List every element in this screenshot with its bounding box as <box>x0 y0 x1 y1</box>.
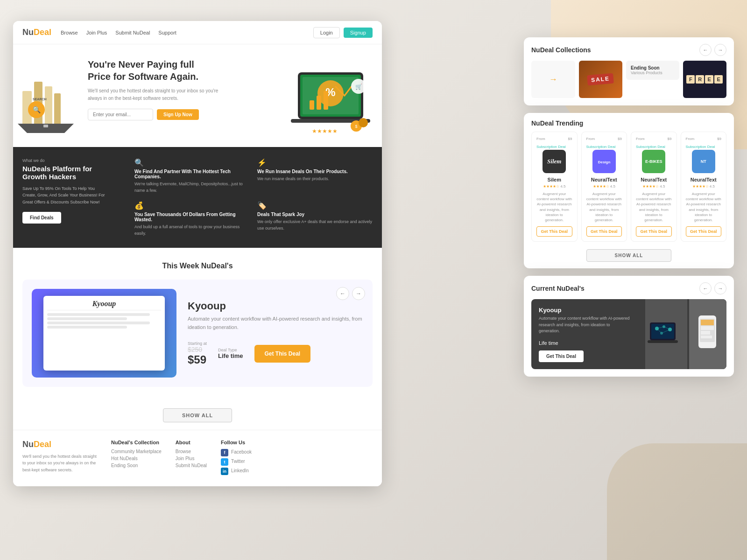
nav-submit[interactable]: Submit NuDeal <box>115 30 150 35</box>
linkedin-link[interactable]: LinkedIn <box>231 468 249 473</box>
trending-price-3: $9 <box>668 137 672 141</box>
collection-item-freebies[interactable]: F R E E <box>683 61 727 98</box>
svg-text:🛒: 🛒 <box>355 83 362 90</box>
footer-follow-col: Follow Us f Facebook t Twitter in Linked… <box>221 440 252 477</box>
trending-from-label-1: From <box>536 137 545 141</box>
find-deals-button[interactable]: Find Deals <box>22 212 61 224</box>
trending-desc-2: Augment your content workflow with AI-po… <box>586 191 622 223</box>
trending-show-all-button[interactable]: SHOW ALL <box>586 249 672 262</box>
nav-browse[interactable]: Browse <box>61 30 78 35</box>
current-deal-type: Life time <box>539 340 558 346</box>
facebook-icon: f <box>221 449 228 456</box>
footer-twitter[interactable]: t Twitter <box>221 458 252 466</box>
svg-rect-15 <box>324 91 328 110</box>
trending-desc-4: Augment your content workflow with AI-po… <box>686 191 722 223</box>
collection-item-ending[interactable]: Ending Soon Various Products <box>626 61 679 80</box>
footer-link-submit[interactable]: Submit NuDeal <box>176 463 207 468</box>
twitter-link[interactable]: Twitter <box>231 459 245 464</box>
dark-feature-2: ⚡ We Run Insane Deals On Their Products.… <box>257 158 373 194</box>
trending-type-1: Subscription Deal <box>536 145 572 149</box>
svg-rect-38 <box>701 320 714 325</box>
nav-join-plus[interactable]: Join Plus <box>86 30 107 35</box>
deal-prev-arrow[interactable]: ← <box>336 287 349 300</box>
trending-name-2: NeuralText <box>586 177 622 182</box>
trending-grid: From $9 Subscription Deal Silem Silem ★★… <box>524 132 734 249</box>
trending-header: NuDeal Trending <box>524 113 734 132</box>
dark-feature-4: 🏷️ Deals That Spark Joy We only offer ex… <box>257 201 373 237</box>
signup-button[interactable]: Signup <box>344 28 373 38</box>
nav-support[interactable]: Support <box>158 30 176 35</box>
kyooup-content-lines <box>47 313 161 329</box>
trending-name-1: Silem <box>536 177 572 182</box>
footer-link-hot[interactable]: Hot NuDeals <box>111 456 162 461</box>
trending-meta-3: From $9 <box>636 137 672 141</box>
sale-badge: SALE <box>587 73 614 86</box>
current-deal-cta[interactable]: Get This Deal <box>539 350 584 362</box>
footer-link-ending[interactable]: Ending Soon <box>111 463 162 468</box>
trending-from-label-2: From <box>586 137 595 141</box>
collections-next-arrow[interactable]: → <box>714 44 726 56</box>
footer-link-browse[interactable]: Browse <box>176 449 207 454</box>
show-all-row: SHOW ALL <box>13 401 382 430</box>
deal-type-label: Deal Type <box>218 348 243 352</box>
stars-1: ★★★★☆ 4.5 <box>536 184 572 189</box>
get-deal-button[interactable]: Get This Deal <box>254 345 311 363</box>
footer-link-marketplace[interactable]: Community Marketplace <box>111 449 162 454</box>
right-panel: NuDeal Collections ← → → SALE Ending Soo… <box>524 37 734 384</box>
footer-logo-text: NuDeal <box>22 440 97 449</box>
current-deal-laptop-img <box>645 299 687 369</box>
trending-title: NuDeal Trending <box>531 119 583 127</box>
logo[interactable]: Nu Deal <box>22 28 51 37</box>
dark-section: What we do NuDeals Platform for Growth H… <box>13 147 382 248</box>
deal-info: Kyooup Automate your content workflow wi… <box>188 300 363 366</box>
trending-meta-1: From $9 <box>536 137 572 141</box>
get-deal-neuraltext2[interactable]: Get This Deal <box>686 226 722 237</box>
hero-signup-button[interactable]: Sign Up Now <box>157 109 199 120</box>
current-deal-name: Kyooup <box>539 307 632 314</box>
svg-rect-2 <box>45 86 52 128</box>
dark-feature-1: 🔍 We Find And Partner With The Hottest T… <box>134 158 250 194</box>
stars-2: ★★★★☆ 4.5 <box>586 184 622 189</box>
current-deals-prev-arrow[interactable]: ← <box>699 282 712 294</box>
svg-text:SEARCH: SEARCH <box>33 98 47 101</box>
get-deal-ebikes[interactable]: Get This Deal <box>636 226 672 237</box>
current-deals-next-arrow[interactable]: → <box>714 282 726 294</box>
dark-left: What we do NuDeals Platform for Growth H… <box>22 158 116 237</box>
footer-facebook[interactable]: f Facebook <box>221 449 252 456</box>
trending-show-all-row: SHOW ALL <box>524 249 734 268</box>
login-button[interactable]: Login <box>313 27 340 38</box>
deal-next-arrow[interactable]: → <box>352 287 365 300</box>
main-window: Nu Deal Browse Join Plus Submit NuDeal S… <box>13 21 382 486</box>
svg-rect-13 <box>310 100 314 110</box>
svg-text:★★★★★: ★★★★★ <box>312 128 338 134</box>
dark-feature-3: 💰 You Save Thousands Of Dollars From Get… <box>134 201 250 237</box>
dark-title: NuDeals Platform for Growth Hackers <box>22 165 116 181</box>
deal-type-value: Life time <box>218 352 243 359</box>
tile-f: F <box>686 75 695 84</box>
trending-card: NuDeal Trending From $9 Subscription Dea… <box>524 113 734 268</box>
deal-description: Automate your content workflow with AI-p… <box>188 315 363 331</box>
current-deal-info: Kyooup Automate your content workflow wi… <box>531 299 640 369</box>
collections-prev-arrow[interactable]: ← <box>699 44 712 56</box>
deal-name: Kyooup <box>188 300 363 312</box>
deal-nav-arrows: ← → <box>336 287 365 300</box>
logo-nu: Nu <box>22 28 34 37</box>
footer-link-join-plus[interactable]: Join Plus <box>176 456 207 461</box>
collection-item-sale[interactable]: SALE <box>579 61 623 98</box>
hero-email-row: Sign Up Now <box>88 109 218 120</box>
sale-image: SALE <box>579 61 623 98</box>
footer-logo-deal: Deal <box>34 440 51 449</box>
show-all-button[interactable]: SHOW ALL <box>163 408 232 422</box>
hero-email-input[interactable] <box>88 109 153 120</box>
footer-linkedin[interactable]: in LinkedIn <box>221 468 252 475</box>
get-deal-neuraltext1[interactable]: Get This Deal <box>586 226 622 237</box>
footer-tagline: We'll send you the hottest deals straigh… <box>22 453 97 473</box>
price-current: $59 <box>188 353 207 366</box>
kyooup-line-3 <box>47 322 150 324</box>
get-deal-silem[interactable]: Get This Deal <box>536 226 572 237</box>
facebook-link[interactable]: Facebook <box>231 449 252 455</box>
trending-price-1: $9 <box>568 137 572 141</box>
neuraltext-logo-1: Design <box>592 150 616 173</box>
hero-description: We'll send you the hottest deals straigh… <box>88 87 218 102</box>
trending-type-2: Subscription Deal <box>586 145 622 149</box>
